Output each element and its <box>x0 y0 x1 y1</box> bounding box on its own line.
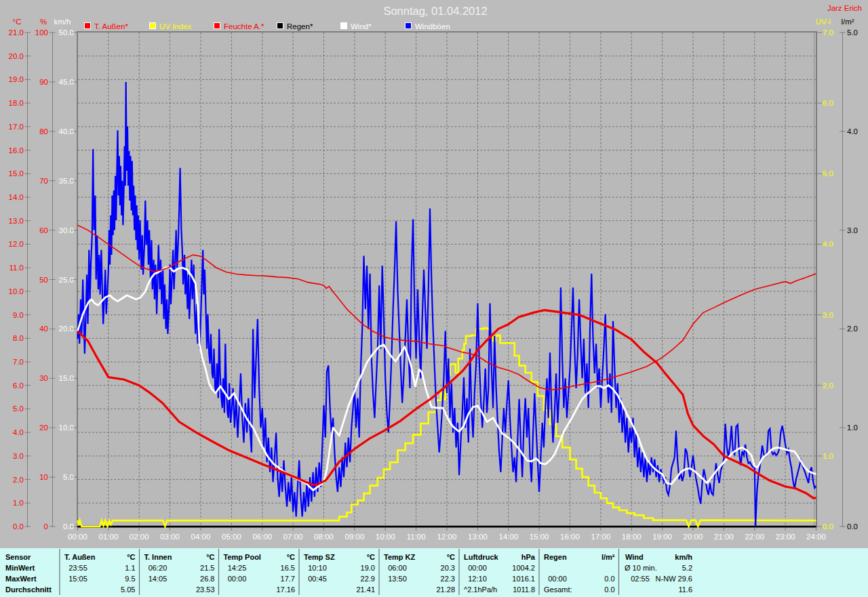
svg-text:21.0: 21.0 <box>9 28 24 37</box>
svg-text:km/h: km/h <box>54 18 71 26</box>
svg-text:14:05: 14:05 <box>149 575 167 583</box>
svg-text:11:00: 11:00 <box>407 533 426 541</box>
svg-text:5.0: 5.0 <box>823 169 833 178</box>
svg-text:20: 20 <box>39 424 48 432</box>
svg-text:13.0: 13.0 <box>9 217 24 225</box>
svg-text:35.0: 35.0 <box>59 177 74 185</box>
svg-text:0.0: 0.0 <box>604 575 614 583</box>
svg-text:1.0: 1.0 <box>823 452 833 460</box>
svg-text:25.0: 25.0 <box>59 276 74 284</box>
svg-text:Regen: Regen <box>544 553 567 561</box>
svg-text:13:50: 13:50 <box>388 575 407 583</box>
svg-text:26.8: 26.8 <box>200 575 214 583</box>
svg-text:l/m²: l/m² <box>841 18 854 26</box>
svg-text:21.5: 21.5 <box>200 564 214 572</box>
svg-text:14:25: 14:25 <box>228 564 247 572</box>
svg-text:10.0: 10.0 <box>59 424 74 432</box>
svg-text:23:00: 23:00 <box>776 533 795 541</box>
svg-text:T. Außen*: T. Außen* <box>94 22 128 30</box>
svg-text:40: 40 <box>39 325 48 333</box>
svg-text:°C: °C <box>127 553 135 561</box>
svg-text:Sensor: Sensor <box>5 553 31 561</box>
svg-text:T. Innen: T. Innen <box>144 553 172 561</box>
svg-text:hPa: hPa <box>521 553 536 561</box>
svg-text:2.0: 2.0 <box>847 325 858 333</box>
svg-text:0.0: 0.0 <box>63 522 74 531</box>
svg-text:°C: °C <box>13 18 22 26</box>
svg-text:14.0: 14.0 <box>9 193 24 201</box>
svg-text:Ø 10 min.: Ø 10 min. <box>625 564 657 572</box>
svg-text:6.0: 6.0 <box>13 382 24 390</box>
svg-text:1004.2: 1004.2 <box>512 564 535 572</box>
svg-text:Regen*: Regen* <box>287 22 313 30</box>
svg-text:60: 60 <box>39 226 48 234</box>
svg-text:1.0: 1.0 <box>847 424 858 432</box>
svg-text:00:00: 00:00 <box>68 533 87 541</box>
svg-text:Jarz Erich: Jarz Erich <box>827 4 862 12</box>
svg-text:00:00: 00:00 <box>548 575 567 583</box>
svg-text:Durchschnitt: Durchschnitt <box>5 585 52 594</box>
svg-text:12:10: 12:10 <box>468 575 487 583</box>
svg-text:16:00: 16:00 <box>560 533 580 541</box>
svg-text:00:45: 00:45 <box>308 575 327 583</box>
svg-text:30.0: 30.0 <box>59 226 74 234</box>
svg-text:30: 30 <box>39 374 48 382</box>
svg-text:50.0: 50.0 <box>59 28 74 37</box>
svg-text:15.0: 15.0 <box>9 169 24 178</box>
svg-text:20.0: 20.0 <box>59 325 74 333</box>
svg-text:02:55: 02:55 <box>631 575 650 583</box>
svg-text:l/m²: l/m² <box>601 553 615 561</box>
svg-text:2.0: 2.0 <box>823 382 833 390</box>
svg-text:5.2: 5.2 <box>682 564 692 572</box>
svg-text:22.9: 22.9 <box>361 575 375 583</box>
svg-text:20.3: 20.3 <box>441 564 455 572</box>
svg-text:23:55: 23:55 <box>68 564 87 572</box>
svg-text:8.0: 8.0 <box>13 334 24 342</box>
svg-text:13:00: 13:00 <box>468 533 488 541</box>
svg-text:5.0: 5.0 <box>13 405 24 413</box>
svg-text:Sonntag, 01.04.2012: Sonntag, 01.04.2012 <box>383 5 487 17</box>
svg-text:21:00: 21:00 <box>714 533 734 541</box>
svg-text:3.0: 3.0 <box>823 311 833 319</box>
svg-text:12:00: 12:00 <box>437 533 457 541</box>
svg-text:16.5: 16.5 <box>281 564 295 572</box>
svg-text:22.3: 22.3 <box>441 575 455 583</box>
svg-text:06:00: 06:00 <box>388 564 407 572</box>
svg-text:21.41: 21.41 <box>356 585 375 594</box>
svg-text:Windböen: Windböen <box>415 22 450 30</box>
svg-text:UV Index: UV Index <box>159 22 192 30</box>
svg-text:1.1: 1.1 <box>125 564 135 572</box>
svg-text:5.05: 5.05 <box>121 585 135 594</box>
svg-text:17.0: 17.0 <box>9 123 24 131</box>
svg-text:06:00: 06:00 <box>252 533 272 541</box>
svg-text:17:00: 17:00 <box>591 533 611 541</box>
svg-text:1011.8: 1011.8 <box>513 585 535 594</box>
svg-text:%: % <box>40 18 47 26</box>
svg-text:MaxWert: MaxWert <box>5 575 37 583</box>
svg-text:07:00: 07:00 <box>283 533 303 541</box>
svg-text:11.0: 11.0 <box>9 264 24 272</box>
svg-text:1.0: 1.0 <box>13 499 24 507</box>
svg-text:T. Außen: T. Außen <box>64 553 96 561</box>
svg-text:16.0: 16.0 <box>9 146 24 155</box>
svg-text:80: 80 <box>39 127 48 136</box>
svg-text:01:00: 01:00 <box>99 533 119 541</box>
svg-text:2.0: 2.0 <box>13 476 24 484</box>
svg-text:12.0: 12.0 <box>9 240 24 248</box>
svg-text:17.16: 17.16 <box>276 585 295 594</box>
svg-text:11.6: 11.6 <box>678 585 692 594</box>
svg-text:03:00: 03:00 <box>160 533 180 541</box>
svg-text:3.0: 3.0 <box>847 226 858 234</box>
svg-text:Gesamt:: Gesamt: <box>544 585 572 594</box>
svg-text:UV-I: UV-I <box>816 18 831 26</box>
svg-text:°C: °C <box>287 553 295 561</box>
svg-text:50: 50 <box>39 276 48 284</box>
svg-text:18:00: 18:00 <box>622 533 642 541</box>
svg-text:9.5: 9.5 <box>125 575 135 583</box>
svg-text:°C: °C <box>447 553 455 561</box>
svg-text:20.0: 20.0 <box>9 52 24 60</box>
svg-text:5.0: 5.0 <box>847 28 858 37</box>
svg-text:9.0: 9.0 <box>13 311 24 319</box>
svg-text:0.0: 0.0 <box>604 585 614 594</box>
svg-text:°C: °C <box>206 553 214 561</box>
